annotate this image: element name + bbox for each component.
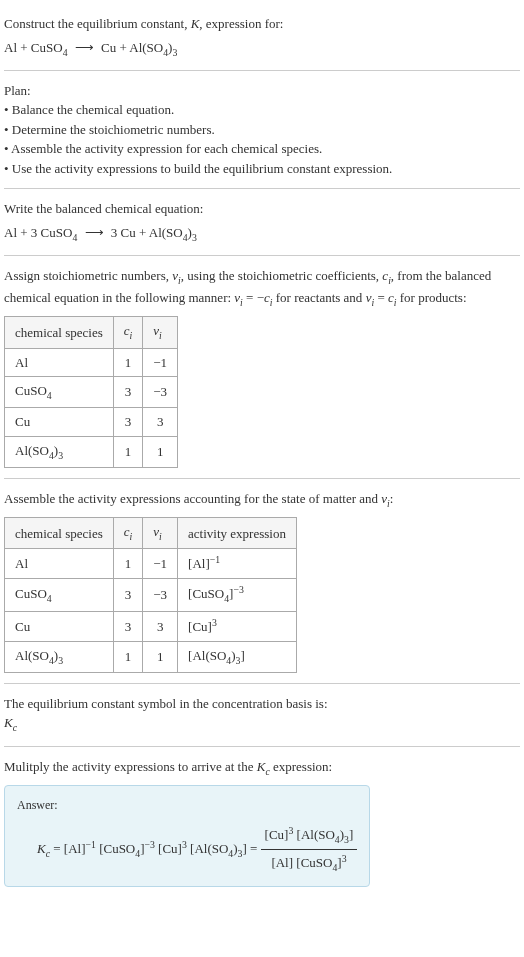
ae-base: [CuSO [188,587,224,602]
divider [4,478,520,479]
eq-arrow: ⟶ [75,38,94,58]
sp-sub: 4 [47,593,52,604]
plan-bullet-1: • Balance the chemical equation. [4,100,520,120]
sp: Al(SO [15,443,49,458]
cell-nu: 1 [143,436,178,467]
cell-species: Cu [5,408,114,437]
ans-t4: [Cu] [155,841,182,856]
cell-ae: [CuSO4]−3 [178,579,297,612]
act-colon: : [390,491,394,506]
cell-species: CuSO4 [5,377,114,408]
cell-species: Cu [5,611,114,641]
sp: Al(SO [15,648,49,663]
cell-ae: [Al(SO4)3] [178,641,297,672]
cell-nu: 3 [143,408,178,437]
ans-exp2: −3 [144,839,154,850]
ae-exp: −3 [233,584,243,595]
th-nu: νi [143,317,178,348]
divider [4,70,520,71]
intro-line1: Construct the equilibrium constant, [4,16,191,31]
cell-c: 3 [113,611,143,641]
plan-bullet-2: • Determine the stoichiometric numbers. [4,120,520,140]
ans-t2: [CuSO [96,841,135,856]
cell-nu: −3 [143,377,178,408]
eq-rhs: Cu + Al(SO [101,40,163,55]
table-row: Cu 3 3 [5,408,178,437]
mult-h1: Mulitply the activity expressions to arr… [4,759,257,774]
num4: ] [349,827,353,842]
th-c-sub: i [130,330,133,341]
kc-K: K [4,715,13,730]
divider [4,255,520,256]
cell-nu: 3 [143,611,178,641]
activity-table: chemical species ci νi activity expressi… [4,517,297,673]
answer-box: Answer: Kc = [Al]−1 [CuSO4]−3 [Cu]3 [Al(… [4,785,370,887]
ans-t5: [Al(SO [187,841,229,856]
th-c: ci [113,317,143,348]
sp-sub2: 3 [58,654,63,665]
cell-c: 3 [113,408,143,437]
kc-symbol: Kc [4,713,520,735]
divider [4,188,520,189]
sp-sub: 4 [47,390,52,401]
th-species: chemical species [5,518,114,549]
divider [4,746,520,747]
st-eq2b: = [374,290,388,305]
st-t5: for products: [396,290,466,305]
act-h: Assemble the activity expressions accoun… [4,491,381,506]
bal-sub3: 3 [192,231,197,242]
th-nu-sub: i [159,531,162,542]
plan-bullet-3: • Assemble the activity expression for e… [4,139,520,159]
intro-equation: Al + CuSO4 ⟶ Cu + Al(SO4)3 [4,38,520,60]
bal-lhs: Al + 3 CuSO [4,225,72,240]
table-row: CuSO4 3 −3 [CuSO4]−3 [5,579,297,612]
intro-text: Construct the equilibrium constant, K, e… [4,14,520,34]
th-c: ci [113,518,143,549]
sp: CuSO [15,383,47,398]
th-nu: νi [143,518,178,549]
stoich-text: Assign stoichiometric numbers, νi, using… [4,266,520,310]
bal-sub1: 4 [72,231,77,242]
ae-base: [Al] [188,557,210,572]
intro-section: Construct the equilibrium constant, K, e… [4,8,520,66]
th-nu-sub: i [159,330,162,341]
mult-h2: expression: [270,759,332,774]
ae-tail2: ] [240,648,244,663]
plan-bullet-4: • Use the activity expressions to build … [4,159,520,179]
num2: [Al(SO [293,827,335,842]
th-c-sub: i [130,531,133,542]
kc-expression: Kc = [Al]−1 [CuSO4]−3 [Cu]3 [Al(SO4)3] =… [17,824,357,876]
plan-heading: Plan: [4,81,520,101]
kc-heading: The equilibrium constant symbol in the c… [4,694,520,714]
num1: [Cu] [265,827,289,842]
cell-nu: −1 [143,549,178,579]
table-row: Cu 3 3 [Cu]3 [5,611,297,641]
balanced-heading: Write the balanced chemical equation: [4,199,520,219]
st-t4: for reactants and [273,290,366,305]
stoich-table: chemical species ci νi Al 1 −1 CuSO4 3 −… [4,316,178,468]
bal-arrow: ⟶ [85,223,104,243]
kc-symbol-section: The equilibrium constant symbol in the c… [4,688,520,742]
table-row: Al 1 −1 [5,348,178,377]
table-row: Al(SO4)3 1 1 [5,436,178,467]
plan-section: Plan: • Balance the chemical equation. •… [4,75,520,185]
table-row: CuSO4 3 −3 [5,377,178,408]
table-row: Al(SO4)3 1 1 [Al(SO4)3] [5,641,297,672]
ae-exp: 3 [212,617,217,628]
eq-lhs: Al + CuSO [4,40,63,55]
cell-ae: [Al]−1 [178,549,297,579]
den1: [Al] [CuSO [271,856,332,871]
cell-nu: −1 [143,348,178,377]
st-t1: Assign stoichiometric numbers, [4,268,172,283]
table-header-row: chemical species ci νi activity expressi… [5,518,297,549]
cell-c: 1 [113,549,143,579]
table-row: Al 1 −1 [Al]−1 [5,549,297,579]
ae-exp: −1 [210,554,220,565]
cell-species: CuSO4 [5,579,114,612]
cell-species: Al(SO4)3 [5,436,114,467]
ae-base: [Cu] [188,619,212,634]
balanced-equation: Al + 3 CuSO4 ⟶ 3 Cu + Al(SO4)3 [4,223,520,245]
eq-sub3: 3 [172,46,177,57]
activity-heading: Assemble the activity expressions accoun… [4,489,520,511]
den-exp: 3 [342,853,347,864]
